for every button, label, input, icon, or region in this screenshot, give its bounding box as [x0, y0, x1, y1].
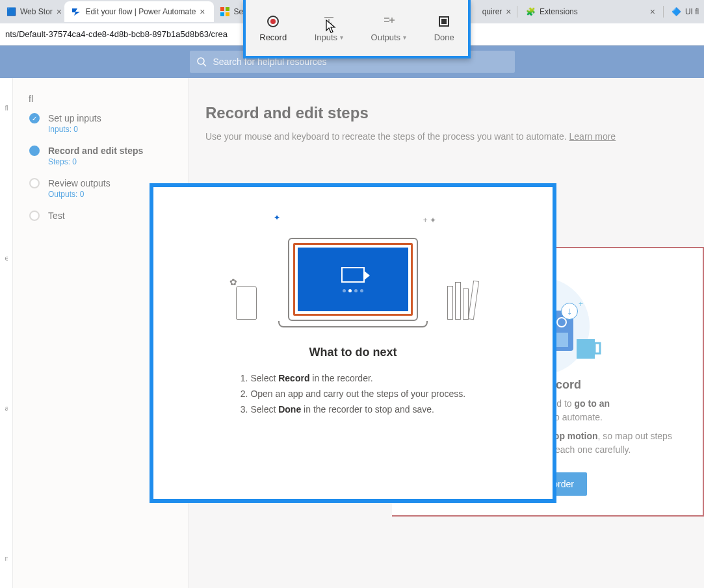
tab-label: UI fl [685, 7, 699, 16]
record-button[interactable]: Record [259, 14, 287, 42]
svg-text:+: + [579, 300, 583, 309]
tab-power-automate[interactable]: Edit your flow | Power Automate × [64, 1, 214, 22]
svg-line-5 [203, 64, 206, 66]
step-pending-icon [29, 178, 40, 188]
tab-require[interactable]: quirer × [482, 1, 515, 22]
tab-label: Extensions [540, 7, 578, 16]
close-icon[interactable]: × [200, 6, 205, 17]
chevron-down-icon: ▾ [340, 34, 343, 41]
modal-step-1: 1. Select Record in the recorder. [241, 371, 465, 387]
record-label: Record [259, 32, 287, 42]
tab-webstore[interactable]: 🟦 Web Stor × [0, 1, 64, 22]
step-title: Record and edit steps [48, 146, 143, 156]
outputs-label: Outputs▾ [371, 32, 407, 42]
svg-point-4 [198, 58, 204, 64]
left-rail: fl e ac n [0, 78, 13, 588]
laptop-illustration-icon: ✦ + ✦ ✿ [229, 211, 476, 327]
close-icon[interactable]: × [57, 6, 62, 17]
tab-label: Edit your flow | Power Automate [85, 7, 196, 16]
tab-uiflow[interactable]: 🔷 UI fl [665, 1, 704, 22]
modal-step-2: 2. Open an app and carry out the steps o… [241, 387, 465, 402]
page-description: Use your mouse and keyboard to recreate … [205, 131, 704, 142]
close-icon[interactable]: × [650, 6, 655, 17]
step-sub: Steps: 0 [48, 157, 143, 166]
search-icon [196, 57, 207, 67]
modal-step-3: 3. Select Done in the recorder to stop a… [241, 402, 465, 418]
camera-icon [341, 267, 365, 283]
svg-rect-0 [220, 7, 224, 11]
ms-favicon-icon [220, 6, 229, 17]
svg-rect-19 [595, 343, 600, 353]
what-to-do-modal: ✦ + ✦ ✿ What to do next 1. Select Record… [150, 183, 556, 503]
close-icon[interactable]: × [506, 6, 511, 17]
tab-label: Web Stor [20, 7, 53, 16]
outputs-icon [382, 14, 396, 29]
done-button[interactable]: Done [434, 14, 454, 42]
step-record[interactable]: Record and edit steps Steps: 0 [29, 146, 175, 166]
modal-steps-list: 1. Select Record in the recorder. 2. Ope… [241, 371, 465, 417]
chevron-down-icon: ▾ [403, 34, 406, 41]
modal-title: What to do next [309, 346, 397, 359]
step-title: Set up inputs [48, 113, 101, 123]
svg-rect-2 [220, 12, 224, 16]
record-icon [266, 14, 280, 29]
tab-extensions[interactable]: 🧩 Extensions × [519, 1, 662, 22]
webstore-favicon-icon: 🟦 [7, 6, 16, 17]
tab-label: quirer [482, 7, 502, 16]
step-sub: Outputs: 0 [48, 190, 111, 199]
add-step-icon[interactable]: ↓ [561, 303, 578, 320]
uiflow-favicon-icon: 🔷 [671, 6, 681, 17]
flow-favicon-icon [71, 6, 81, 17]
step-setup-inputs[interactable]: Set up inputs Inputs: 0 [29, 113, 175, 134]
step-pending-icon [29, 211, 40, 221]
recorder-toolbar: Record Inputs▾ Outputs▾ Done [243, 0, 471, 58]
puzzle-icon: 🧩 [525, 6, 536, 17]
step-complete-icon [29, 113, 40, 123]
svg-rect-1 [226, 7, 229, 11]
step-title: Test [48, 211, 65, 221]
outputs-button[interactable]: Outputs▾ [371, 14, 407, 42]
page-title: Record and edit steps [205, 104, 704, 122]
stop-icon [437, 14, 451, 29]
step-current-icon [29, 146, 40, 156]
inputs-label: Inputs▾ [315, 32, 343, 42]
svg-rect-3 [226, 12, 229, 16]
inputs-button[interactable]: Inputs▾ [315, 14, 343, 42]
step-sub: Inputs: 0 [48, 125, 101, 134]
learn-more-link[interactable]: Learn more [569, 131, 616, 142]
done-label: Done [434, 32, 454, 42]
step-title: Review outputs [48, 178, 111, 188]
svg-rect-18 [577, 339, 595, 359]
address-text: nts/Default-37574ca4-cde8-4d8b-bcb8-897b… [5, 29, 228, 39]
inputs-icon [322, 14, 336, 29]
